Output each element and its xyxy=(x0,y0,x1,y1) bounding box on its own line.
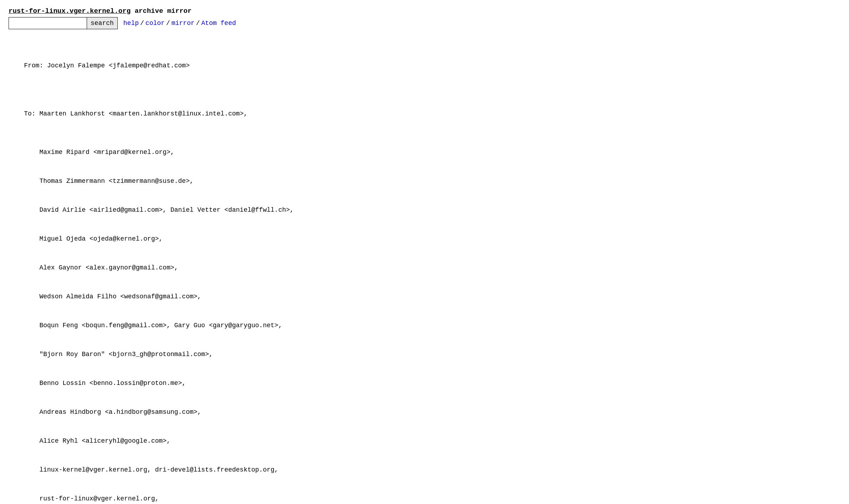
to-first-recipient: Maarten Lankhorst <maarten.lankhorst@lin… xyxy=(39,110,247,117)
to-recipient-5: Miguel Ojeda <ojeda@kernel.org>, xyxy=(9,234,840,244)
from-field: From: Jocelyn Falempe <jfalempe@redhat.c… xyxy=(9,51,840,80)
from-label: From: xyxy=(24,62,43,69)
mirror-link[interactable]: mirror xyxy=(172,20,195,27)
help-link[interactable]: help xyxy=(123,20,139,27)
search-bar: search help / color / mirror / Atom feed xyxy=(9,17,840,29)
site-link[interactable]: rust-for-linux.vger.kernel.org xyxy=(9,7,131,15)
to-recipient-4: David Airlie <airlied@gmail.com>, Daniel… xyxy=(9,205,840,215)
email-content: From: Jocelyn Falempe <jfalempe@redhat.c… xyxy=(9,32,840,504)
search-input[interactable] xyxy=(9,17,87,29)
to-recipient-7: Wedson Almeida Filho <wedsonaf@gmail.com… xyxy=(9,292,840,302)
to-recipient-10: Benno Lossin <benno.lossin@proton.me>, xyxy=(9,379,840,388)
to-recipient-14: rust-for-linux@vger.kernel.org, xyxy=(9,494,840,504)
atom-feed-link[interactable]: Atom feed xyxy=(201,20,236,27)
to-recipient-11: Andreas Hindborg <a.hindborg@samsung.com… xyxy=(9,407,840,417)
color-link[interactable]: color xyxy=(146,20,165,27)
to-recipient-3: Thomas Zimmermann <tzimmermann@suse.de>, xyxy=(9,176,840,186)
nav-links: help / color / mirror / Atom feed xyxy=(123,20,236,27)
to-recipient-2: Maxime Ripard <mripard@kernel.org>, xyxy=(9,148,840,157)
to-label: To: xyxy=(24,110,35,117)
nav-sep-3: / xyxy=(196,20,200,27)
search-button[interactable]: search xyxy=(87,17,118,29)
page-title: rust-for-linux.vger.kernel.org archive m… xyxy=(9,7,840,15)
to-recipient-8: Boqun Feng <boqun.feng@gmail.com>, Gary … xyxy=(9,321,840,330)
to-recipient-12: Alice Ryhl <aliceryhl@google.com>, xyxy=(9,436,840,446)
to-recipient-13: linux-kernel@vger.kernel.org, dri-devel@… xyxy=(9,465,840,475)
nav-sep-1: / xyxy=(140,20,144,27)
nav-sep-2: / xyxy=(166,20,170,27)
to-recipient-9: "Bjorn Roy Baron" <bjorn3_gh@protonmail.… xyxy=(9,350,840,359)
to-recipient-6: Alex Gaynor <alex.gaynor@gmail.com>, xyxy=(9,263,840,273)
to-field: To: Maarten Lankhorst <maarten.lankhorst… xyxy=(9,99,840,128)
from-value: Jocelyn Falempe <jfalempe@redhat.com> xyxy=(47,62,190,69)
